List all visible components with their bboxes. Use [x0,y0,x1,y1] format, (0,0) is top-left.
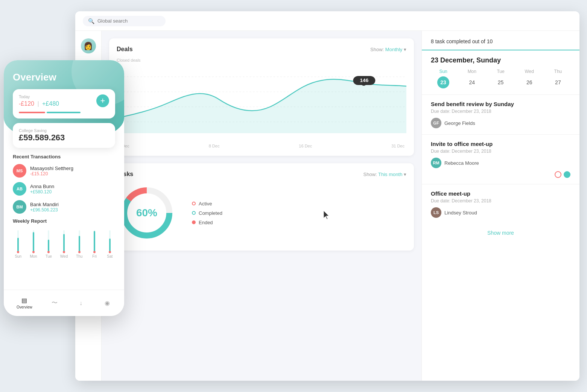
right-panel-header: 8 task completed out of 10 [422,31,579,50]
trans-2-name: Anna Bunn [30,184,54,189]
phone-add-btn[interactable]: + [96,94,109,107]
nav-chart[interactable]: 〜 [50,300,59,307]
cal-name-sun: Sun [439,69,447,74]
bar-fill-mon [33,232,34,253]
calendar-row: Sun 23 Mon 24 Tue 25 Wed 26 Thu 27 [422,69,579,94]
cal-num-thu[interactable]: 27 [552,76,564,88]
bar-dot-sat [109,251,111,253]
overview-icon: ▤ [20,297,29,304]
deals-card-header: Deals Show: Monthly ▾ [117,46,406,53]
bar-track-sun [17,230,19,253]
today-pos: +£480 [42,100,59,107]
nav-overview-label: Overview [17,305,32,309]
active-dot [192,202,196,205]
x-label-2: 8 Dec [209,144,220,148]
phone-stats-row: Today -£120 | +£480 + [19,94,109,113]
bar-dot-fri [93,251,96,253]
bar-fill-wed [63,234,65,253]
profile-icon: ◉ [103,300,111,307]
bar-mon: Mon [28,230,39,258]
task-1-assignee: GF George Fields [431,118,570,128]
bar-track-mon [33,230,34,253]
ended-label: Ended [199,220,213,225]
cal-name-wed: Wed [525,69,534,74]
cal-num-wed[interactable]: 26 [523,76,535,88]
trans-1-name: Masayoshi Settherg [30,166,73,171]
tasks-filter[interactable]: Show: This month ▾ [363,172,406,177]
task-1-name: George Fields [444,120,475,126]
trans-3-name: Bank Mandiri [30,202,59,207]
bar-label-thu: Thu [76,254,82,258]
bar-wed: Wed [59,230,70,258]
bar-label-sat: Sat [107,254,113,258]
phone-bottom-nav: ▤ Overview 〜 ↓ ◉ [4,290,124,316]
task-1-initials: GF [433,121,439,125]
trans-2: AB Anna Bunn +£580.120 [13,182,115,196]
app-container: 🔍 👩 Deals Show: Monthly ▾ Closed deals [75,11,579,381]
cal-day-thu: Thu 27 [546,69,570,88]
trans-2-amount: +£580.120 [30,189,54,194]
bar-tue: Tue [43,230,54,258]
trans-2-info: Anna Bunn +£580.120 [30,184,54,194]
task-item-3: Office meet-up Due date: December 23, 20… [422,184,579,224]
cal-name-tue: Tue [497,69,504,74]
phone-today-stat: Today -£120 | +£480 [19,94,81,113]
bar-label-fri: Fri [92,254,97,258]
tasks-filter-value[interactable]: This month [378,172,402,177]
tasks-completed-text: 8 task completed out of 10 [431,38,570,44]
task-2-initials: RM [433,161,439,165]
add-icon[interactable]: + [96,94,109,107]
weekly-bars: Sun Mon Tue We [13,228,115,258]
phone-overlay: Overview Today -£120 | +£480 + [4,60,124,316]
saving-value: £59.589.263 [19,133,109,143]
weekly-report: Weekly Report Sun Mon [4,218,124,258]
bar-track-fri [94,230,95,253]
cal-num-tue[interactable]: 25 [495,76,507,88]
task-3-title: Office meet-up [431,190,570,197]
trans-1-info: Masayoshi Settherg -£15.120 [30,166,73,176]
task-1-due: Due date: December 23, 2018 [431,109,570,114]
trans-3: BM Bank Mandiri +£96.506.223 [13,200,115,214]
bar-label-sun: Sun [15,254,21,258]
bar-fill-thu [79,236,80,253]
phone-saving-card: College Saving £59.589.263 [13,123,115,148]
nav-overview[interactable]: ▤ Overview [17,297,32,309]
show-more-button[interactable]: Show more [422,224,579,242]
task-2-assignee: RM Rebecca Moore [431,158,570,168]
bar-track-sat [109,230,111,253]
cal-num-mon[interactable]: 24 [466,76,478,88]
cal-day-wed: Wed 26 [517,69,542,88]
deals-filter-value[interactable]: Monthly [385,47,403,52]
bar-thu: Thu [74,230,85,258]
x-label-3: 16 Dec [299,144,312,148]
deals-chart-svg: 146 [117,65,406,133]
nav-profile[interactable]: ◉ [103,300,111,307]
trans-3-amount: +£96.506.223 [30,207,59,213]
tasks-card: Tasks Show: This month ▾ [109,163,414,251]
search-bar-container[interactable]: 🔍 [83,16,166,26]
nav-download[interactable]: ↓ [77,300,85,307]
saving-label: College Saving [19,128,109,133]
task-2-name: Rebecca Moore [444,160,479,166]
avatar: 👩 [81,38,96,53]
bar-fri: Fri [89,230,100,258]
today-bar-green [47,112,81,113]
cal-day-tue: Tue 25 [488,69,513,88]
task-2-action-dot[interactable] [564,171,570,178]
search-input[interactable] [97,18,158,24]
cal-num-sun[interactable]: 23 [437,76,449,88]
bar-track-wed [63,230,65,253]
task-item-2: Invite to office meet-up Due date: Decem… [422,134,579,184]
bar-dot-thu [78,251,81,253]
bar-dot-sun [17,251,19,253]
deals-filter[interactable]: Show: Monthly ▾ [370,47,406,52]
phone-title: Overview [13,71,115,83]
task-2-action-circle[interactable] [555,171,561,178]
trans-2-avatar: AB [13,182,26,196]
cal-name-mon: Mon [468,69,476,74]
bar-label-wed: Wed [60,254,68,258]
legend-completed: Completed [192,210,222,216]
task-1-avatar: GF [431,118,441,128]
deals-card: Deals Show: Monthly ▾ Closed deals [109,38,414,156]
date-title: 23 December, Sunday [431,56,570,64]
